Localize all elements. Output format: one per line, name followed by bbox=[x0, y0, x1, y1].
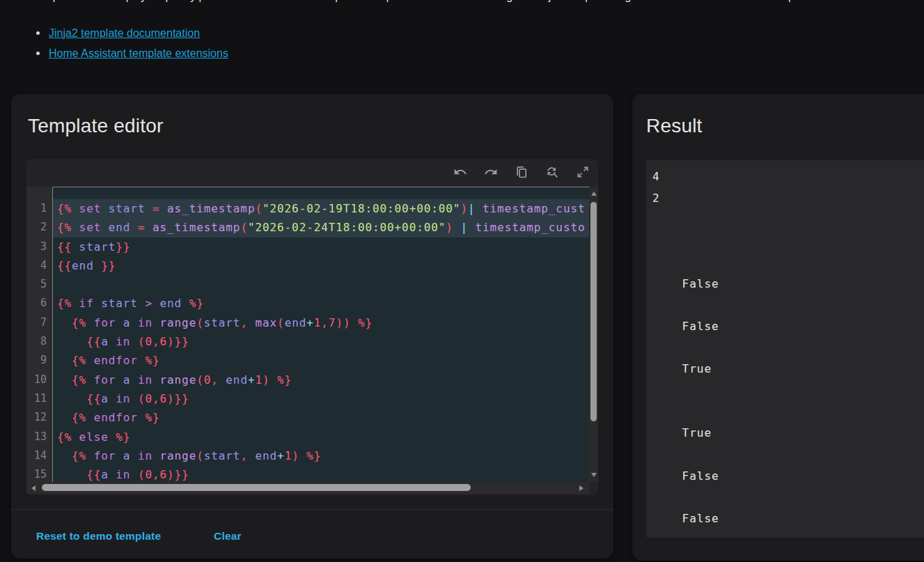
line-number: 15 bbox=[26, 465, 52, 482]
divider bbox=[11, 509, 613, 510]
gutter: 123456789101112131415 bbox=[26, 187, 52, 482]
jinja2-docs-link[interactable]: Jinja2 template documentation bbox=[49, 27, 200, 40]
line-number: 1 bbox=[26, 199, 52, 218]
code-line: {% endfor %} bbox=[53, 408, 589, 427]
ha-template-extensions-link[interactable]: Home Assistant template extensions bbox=[49, 47, 228, 60]
code-line: {% else %} bbox=[53, 428, 589, 446]
scroll-up-icon[interactable] bbox=[591, 192, 597, 196]
code-line: {% if start > end %} bbox=[53, 294, 589, 313]
line-number: 12 bbox=[26, 408, 52, 427]
undo-icon[interactable] bbox=[453, 165, 467, 179]
intro-paragraph-clipped: The template editor helps you quickly pr… bbox=[12, 0, 924, 3]
line-number: 3 bbox=[26, 237, 52, 256]
line-number: 14 bbox=[26, 446, 52, 465]
line-number: 5 bbox=[26, 275, 52, 294]
line-number: 2 bbox=[26, 218, 52, 237]
codemirror-editor: 123456789101112131415 {% set start = as_… bbox=[26, 187, 598, 482]
documentation-links: Jinja2 template documentation Home Assis… bbox=[36, 23, 228, 63]
code-line bbox=[53, 275, 589, 294]
vertical-scrollbar[interactable] bbox=[589, 187, 598, 482]
line-number: 10 bbox=[26, 370, 52, 389]
copy-icon[interactable] bbox=[515, 165, 528, 179]
code-line: {{end }} bbox=[53, 256, 589, 275]
line-number: 8 bbox=[26, 332, 52, 351]
code-lines[interactable]: {% set start = as_timestamp("2026-02-19T… bbox=[52, 187, 589, 482]
template-dev-tools-page: The template editor helps you quickly pr… bbox=[0, 0, 924, 562]
result-output: 4 2 False False True True False False bbox=[646, 160, 924, 530]
scroll-down-icon[interactable] bbox=[591, 473, 597, 477]
vertical-scrollbar-thumb[interactable] bbox=[590, 202, 597, 421]
scroll-right-icon[interactable] bbox=[579, 485, 584, 491]
scroll-left-icon[interactable] bbox=[31, 485, 36, 491]
line-number: 11 bbox=[26, 389, 52, 408]
result-panel: 4 2 False False True True False False bbox=[646, 160, 924, 538]
result-card: Result 4 2 False False True True False F… bbox=[632, 94, 924, 561]
horizontal-scrollbar-thumb[interactable] bbox=[42, 484, 471, 491]
code-line: {{a in (0,6)}} bbox=[53, 389, 589, 408]
code-line: {{ start}} bbox=[53, 237, 589, 256]
clear-button[interactable]: Clear bbox=[214, 530, 242, 543]
code-line: {% set start = as_timestamp("2026-02-19T… bbox=[53, 199, 589, 218]
reset-to-demo-template-button[interactable]: Reset to demo template bbox=[36, 530, 161, 543]
list-item: Home Assistant template extensions bbox=[36, 43, 228, 63]
page-title: Template editor bbox=[28, 115, 163, 137]
code-line: {% for a in range(0, end+1) %} bbox=[53, 370, 589, 389]
editor-toolbar bbox=[453, 165, 590, 179]
bullet-icon bbox=[36, 52, 40, 55]
code-line: {{a in (0,6)}} bbox=[53, 332, 589, 351]
horizontal-scrollbar[interactable] bbox=[26, 482, 589, 494]
code-editor: 123456789101112131415 {% set start = as_… bbox=[26, 159, 598, 495]
list-item: Jinja2 template documentation bbox=[36, 23, 228, 43]
line-number: 7 bbox=[26, 313, 52, 332]
line-number: 6 bbox=[26, 294, 52, 313]
code-line: {% set end = as_timestamp("2026-02-24T18… bbox=[53, 218, 589, 237]
line-number: 4 bbox=[26, 256, 52, 275]
code-line: {{a in (0,6)}} bbox=[53, 465, 589, 482]
find-replace-icon[interactable] bbox=[545, 165, 559, 179]
code-line: {% for a in range(start, end+1) %} bbox=[53, 446, 589, 465]
code-line: {% for a in range(start, max(end+1,7)) %… bbox=[53, 313, 589, 332]
bullet-icon bbox=[36, 31, 40, 35]
expand-icon[interactable] bbox=[576, 165, 590, 179]
redo-icon[interactable] bbox=[484, 165, 498, 179]
code-line: {% endfor %} bbox=[53, 351, 589, 370]
line-number: 9 bbox=[26, 351, 52, 370]
line-number: 13 bbox=[26, 428, 52, 446]
result-title: Result bbox=[646, 115, 703, 137]
template-editor-card: Template editor bbox=[11, 94, 613, 559]
